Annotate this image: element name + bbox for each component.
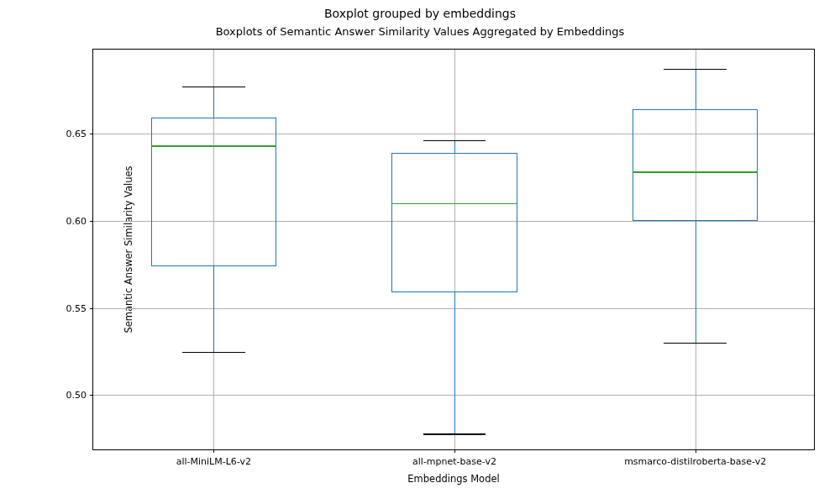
chart-title: Boxplots of Semantic Answer Similarity V… xyxy=(0,25,840,38)
box-rect xyxy=(633,109,758,221)
x-tick-label: all-MiniLM-L6-v2 xyxy=(176,456,251,467)
whisker-cap-bottom xyxy=(664,343,727,344)
y-tick-label: 0.60 xyxy=(66,215,87,226)
median-line xyxy=(391,203,517,204)
x-axis-label: Embeddings Model xyxy=(407,473,499,485)
whisker-cap-top xyxy=(664,69,727,70)
x-tick-mark xyxy=(213,449,214,453)
y-tick-mark xyxy=(90,395,93,396)
median-line xyxy=(633,171,758,172)
median-line xyxy=(151,145,276,146)
chart-suptitle: Boxplot grouped by embeddings xyxy=(0,7,840,20)
whisker-upper xyxy=(696,69,696,109)
x-tick-label: msmarco-distilroberta-base-v2 xyxy=(624,456,766,467)
y-tick-label: 0.65 xyxy=(66,128,87,139)
x-tick-mark xyxy=(454,449,455,453)
x-tick-mark xyxy=(696,449,696,453)
axes-area: Semantic Answer Similarity Values Embedd… xyxy=(92,49,815,450)
gridline-h xyxy=(93,395,814,396)
whisker-upper xyxy=(213,87,214,118)
y-tick-label: 0.50 xyxy=(66,390,87,401)
y-tick-mark xyxy=(90,221,93,222)
whisker-lower xyxy=(696,221,696,343)
whisker-cap-bottom xyxy=(182,352,245,353)
whisker-upper xyxy=(454,140,455,153)
y-tick-mark xyxy=(90,308,93,309)
y-tick-mark xyxy=(90,134,93,134)
x-tick-label: all-mpnet-base-v2 xyxy=(412,456,496,467)
box-rect xyxy=(391,153,517,292)
whisker-lower xyxy=(454,292,455,433)
whisker-cap-top xyxy=(423,140,486,141)
whisker-cap-top xyxy=(182,87,245,87)
y-tick-label: 0.55 xyxy=(66,302,87,313)
figure: Boxplot grouped by embeddings Boxplots o… xyxy=(0,0,840,504)
whisker-lower xyxy=(213,266,214,352)
whisker-cap-bottom xyxy=(423,433,486,434)
gridline-h xyxy=(93,308,814,309)
box-rect xyxy=(151,118,276,266)
